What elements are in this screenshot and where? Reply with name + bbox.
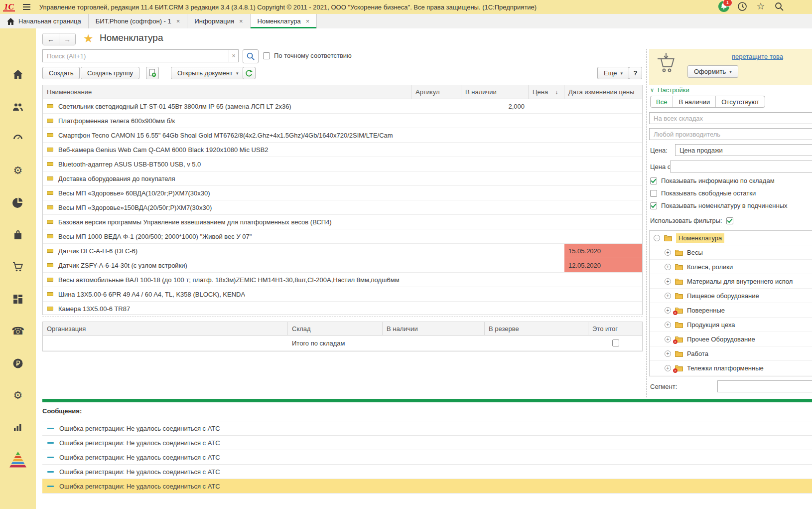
refresh-button[interactable] [243,67,256,79]
close-icon[interactable]: × [176,17,180,25]
expand-icon[interactable]: + [665,336,671,342]
favorites-button[interactable]: ☆ [755,0,767,12]
history-button[interactable] [736,0,748,12]
close-icon[interactable]: × [306,17,310,25]
notifications-button[interactable]: 1 [718,0,730,12]
tree-item[interactable]: +Работа [650,346,812,361]
column-header-article[interactable]: Артикул [411,85,461,99]
table-row[interactable]: Светильник светодиодный LT-ST-01 45Вт 38… [43,99,642,114]
rail-reports-button[interactable] [0,419,36,436]
table-row[interactable]: Камера 13X5.00-6 TR87 [43,302,642,315]
expand-icon[interactable]: + [665,350,671,357]
rail-home-button[interactable] [0,66,36,83]
horizontal-splitter[interactable] [42,317,643,317]
message-row[interactable]: Ошибка регистрации: Не удалось соединить… [42,436,812,450]
table-row[interactable]: Веб-камера Genius Web Cam Q-CAM 6000 Bla… [43,143,642,157]
table-row[interactable]: Доставка оборудования до покупателя [43,171,642,186]
tree-item[interactable]: +×Прочее Оборудование [650,332,812,346]
table-row[interactable]: Датчик ZSFY-A-6-14-30t (с узлом встройки… [43,258,642,273]
rail-purchases-button[interactable] [0,226,36,243]
table-row[interactable]: Платформенная телега 600х900мм б/к [43,114,642,128]
column-header-price[interactable]: Цена ↓ [529,85,564,99]
message-row[interactable]: Ошибка регистрации: Не удалось соединить… [42,479,812,494]
checkbox[interactable] [650,177,657,184]
tab-information[interactable]: Информация × [187,14,250,28]
price-from-input[interactable] [670,161,812,172]
tab-home[interactable]: Начальная страница [0,14,89,28]
rail-treasury-button[interactable] [0,355,36,372]
messages-separator[interactable] [42,399,812,402]
expand-icon[interactable]: + [665,278,671,285]
forward-button[interactable]: → [59,33,75,45]
exact-match-checkbox[interactable] [263,52,270,59]
tree-item[interactable]: +Пищевое оборудование [650,289,812,303]
rail-sales-button[interactable] [0,258,36,275]
tree-item[interactable]: +Продукция цеха [650,318,812,332]
column-header-organization[interactable]: Организация [43,322,288,335]
table-row[interactable]: Весы МП «Здоровье» 60ВДА(10/20г;Р)ХМ7(30… [43,186,642,200]
message-row[interactable]: Ошибка регистрации: Не удалось соединить… [42,465,812,479]
filter-in-stock[interactable]: В наличии [673,96,715,107]
expand-icon[interactable]: + [665,365,671,371]
help-button[interactable]: ? [629,67,642,79]
tree-item[interactable]: +Материалы для внутреннего испол [650,274,812,289]
tab-bit-phone[interactable]: БИТ.Phone (софтфон) - 1 × [89,14,188,28]
search-input[interactable] [43,50,229,62]
warehouse-filter-input[interactable] [649,112,812,124]
table-row[interactable]: Весы МП «Здоровье»150ВДА(20/50г;Р)ХМ7(30… [43,200,642,215]
checkout-button[interactable]: Оформить ▾ [687,65,738,78]
vertical-splitter[interactable] [646,49,647,397]
rail-warehouse-button[interactable] [0,291,36,308]
table-row[interactable]: Смартфон Tecno CAMON 15 6.55" 64Gb Shoal… [43,128,642,143]
table-row[interactable]: Весы автомобильные ВАЛ 100-18 (до 100 т;… [43,273,642,287]
tree-item[interactable]: +Т [650,375,812,376]
global-search-button[interactable] [773,0,785,12]
open-document-button[interactable]: Открыть документ ▾ [171,67,245,79]
totals-row[interactable]: Итого по складам [43,336,642,351]
tree-item[interactable]: +Колеса, ролики [650,260,812,274]
price-type-combobox[interactable]: Цена продажи [675,144,812,156]
rail-crm-section-button[interactable] [0,98,36,115]
manufacturer-filter-input[interactable] [649,128,812,140]
table-row[interactable]: Датчик DLC-A-H-6 (DLC-6)15.05.2020 [43,244,642,258]
expand-icon[interactable]: + [665,264,671,270]
rail-bit-logo-button[interactable] [0,449,36,471]
create-group-button[interactable]: Создать группу [81,67,139,79]
create-button[interactable]: Создать [42,67,80,79]
table-row[interactable]: Bluetooth-адаптер ASUS USB-BT500 USB, v … [43,157,642,171]
collapse-icon[interactable]: − [654,235,660,241]
is-total-checkbox[interactable] [612,339,619,346]
expand-icon[interactable]: + [665,322,671,328]
more-button[interactable]: Еще ▾ [597,67,629,79]
clear-search-icon[interactable]: × [229,50,238,62]
tree-item[interactable]: −Номенклатура [650,231,812,245]
filter-out-of-stock[interactable]: Отсутствуют [715,96,765,107]
expand-icon[interactable]: + [665,307,671,314]
tree-item[interactable]: +×Поверенные [650,303,812,318]
message-row[interactable]: Ошибка регистрации: Не удалось соединить… [42,450,812,465]
checkbox[interactable] [650,202,657,209]
use-filters-checkbox[interactable] [726,217,733,224]
search-button[interactable] [243,49,259,63]
table-row[interactable]: Базовая версия программы Управление взве… [43,215,642,229]
table-row[interactable]: Весы МП 1000 ВЕДА Ф-1 (200/500; 2000*100… [43,229,642,244]
rail-planning-button[interactable] [0,194,36,211]
rail-phone-button[interactable]: ☎ [0,323,36,339]
message-row[interactable]: Ошибка регистрации: Не удалось соединить… [42,421,812,436]
main-menu-icon[interactable] [23,4,30,10]
column-header-stock[interactable]: В наличии [383,322,485,335]
column-header-reserve[interactable]: В резерве [485,322,588,335]
column-header-warehouse[interactable]: Склад [288,322,383,335]
segment-input[interactable] [717,380,812,392]
back-button[interactable]: ← [43,33,59,45]
close-icon[interactable]: × [239,17,243,25]
column-header-name[interactable]: Наименование [43,85,411,99]
tree-item[interactable]: +×Тележки платформенные [650,361,812,375]
expand-icon[interactable]: + [665,293,671,299]
filter-all[interactable]: Все [651,96,673,107]
column-header-price-date[interactable]: Дата изменения цены [564,85,643,99]
table-row[interactable]: Шина 13X5.00-6 6PR 49 A4 / 60 A4, TL, K3… [43,287,642,302]
rail-settings-button[interactable]: ⚙ [0,387,36,404]
checkbox[interactable] [650,190,657,197]
column-header-stock[interactable]: В наличии [461,85,529,99]
